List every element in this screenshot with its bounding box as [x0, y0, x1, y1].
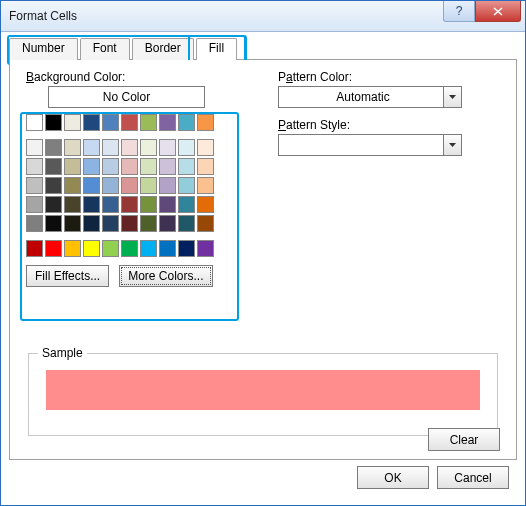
- color-swatch[interactable]: [102, 240, 119, 257]
- color-swatch[interactable]: [26, 139, 43, 156]
- color-swatch[interactable]: [197, 139, 214, 156]
- color-swatch[interactable]: [197, 196, 214, 213]
- color-swatch[interactable]: [64, 158, 81, 175]
- color-swatch[interactable]: [159, 215, 176, 232]
- color-swatch[interactable]: [45, 215, 62, 232]
- color-swatch[interactable]: [121, 114, 138, 131]
- standard-colors: [26, 240, 241, 257]
- chevron-down-icon: [443, 135, 461, 155]
- color-swatch[interactable]: [64, 215, 81, 232]
- color-swatch[interactable]: [140, 177, 157, 194]
- color-swatch[interactable]: [197, 114, 214, 131]
- tab-border[interactable]: Border: [132, 38, 194, 61]
- color-swatch[interactable]: [64, 196, 81, 213]
- color-swatch[interactable]: [45, 114, 62, 131]
- tab-strip: Number Font Border Fill: [9, 37, 517, 60]
- color-swatch[interactable]: [121, 240, 138, 257]
- color-swatch[interactable]: [45, 240, 62, 257]
- color-swatch[interactable]: [26, 196, 43, 213]
- color-swatch[interactable]: [159, 139, 176, 156]
- window-title: Format Cells: [9, 9, 77, 23]
- sample-group: Sample: [28, 346, 498, 436]
- color-swatch[interactable]: [26, 158, 43, 175]
- color-swatch[interactable]: [178, 196, 195, 213]
- color-swatch[interactable]: [102, 215, 119, 232]
- theme-color-row: [26, 114, 241, 131]
- color-swatch[interactable]: [140, 196, 157, 213]
- chevron-down-icon: [443, 87, 461, 107]
- pattern-section: Pattern Color: Automatic Pattern Style:: [278, 70, 462, 156]
- tab-fill[interactable]: Fill: [196, 38, 237, 62]
- tab-number[interactable]: Number: [9, 38, 78, 61]
- color-swatch[interactable]: [197, 177, 214, 194]
- color-swatch[interactable]: [140, 215, 157, 232]
- pattern-color-value: Automatic: [336, 90, 389, 104]
- color-swatch[interactable]: [121, 177, 138, 194]
- color-swatch[interactable]: [64, 114, 81, 131]
- color-swatch[interactable]: [26, 177, 43, 194]
- color-swatch[interactable]: [45, 196, 62, 213]
- color-swatch[interactable]: [64, 139, 81, 156]
- color-swatch[interactable]: [140, 158, 157, 175]
- color-swatch[interactable]: [197, 215, 214, 232]
- color-swatch[interactable]: [102, 196, 119, 213]
- color-swatch[interactable]: [45, 158, 62, 175]
- color-swatch[interactable]: [26, 114, 43, 131]
- titlebar: Format Cells ?: [1, 1, 525, 32]
- color-swatch[interactable]: [178, 240, 195, 257]
- cancel-button[interactable]: Cancel: [437, 466, 509, 489]
- color-swatch[interactable]: [102, 158, 119, 175]
- tab-font[interactable]: Font: [80, 38, 130, 61]
- color-swatch[interactable]: [83, 240, 100, 257]
- color-swatch[interactable]: [159, 114, 176, 131]
- color-swatch[interactable]: [83, 139, 100, 156]
- color-swatch[interactable]: [83, 215, 100, 232]
- color-swatch[interactable]: [45, 139, 62, 156]
- color-swatch[interactable]: [26, 240, 43, 257]
- no-color-button[interactable]: No Color: [48, 86, 205, 108]
- close-button[interactable]: [475, 1, 521, 22]
- color-swatch[interactable]: [64, 177, 81, 194]
- color-swatch[interactable]: [159, 196, 176, 213]
- color-swatch[interactable]: [197, 240, 214, 257]
- color-swatch[interactable]: [121, 158, 138, 175]
- background-color-label: Background Color:: [26, 70, 241, 84]
- color-swatch[interactable]: [178, 139, 195, 156]
- pattern-style-dropdown[interactable]: [278, 134, 462, 156]
- color-swatch[interactable]: [197, 158, 214, 175]
- more-colors-button[interactable]: More Colors...: [119, 265, 212, 287]
- help-button[interactable]: ?: [443, 1, 475, 22]
- color-swatch[interactable]: [102, 177, 119, 194]
- color-swatch[interactable]: [178, 215, 195, 232]
- color-swatch[interactable]: [178, 177, 195, 194]
- color-swatch[interactable]: [45, 177, 62, 194]
- color-swatch[interactable]: [178, 114, 195, 131]
- color-swatch[interactable]: [159, 158, 176, 175]
- color-swatch[interactable]: [83, 196, 100, 213]
- fill-effects-button[interactable]: Fill Effects...: [26, 265, 109, 287]
- ok-button[interactable]: OK: [357, 466, 429, 489]
- color-swatch[interactable]: [121, 139, 138, 156]
- sample-swatch: [46, 370, 480, 410]
- color-swatch[interactable]: [83, 177, 100, 194]
- clear-button[interactable]: Clear: [428, 428, 500, 451]
- color-swatch[interactable]: [102, 114, 119, 131]
- color-swatch[interactable]: [26, 215, 43, 232]
- color-swatch[interactable]: [121, 215, 138, 232]
- color-swatch[interactable]: [140, 240, 157, 257]
- color-swatch[interactable]: [159, 177, 176, 194]
- color-swatch[interactable]: [178, 158, 195, 175]
- theme-color-variants: [26, 139, 241, 232]
- color-swatch[interactable]: [159, 240, 176, 257]
- color-swatch[interactable]: [140, 139, 157, 156]
- pattern-style-label: Pattern Style:: [278, 118, 462, 132]
- color-swatch[interactable]: [83, 114, 100, 131]
- color-swatch[interactable]: [102, 139, 119, 156]
- fill-panel: Background Color: No Color Fill Effects.…: [9, 60, 517, 460]
- color-swatch[interactable]: [140, 114, 157, 131]
- color-swatch[interactable]: [121, 196, 138, 213]
- client-area: Number Font Border Fill Background Color…: [9, 37, 517, 497]
- color-swatch[interactable]: [64, 240, 81, 257]
- pattern-color-dropdown[interactable]: Automatic: [278, 86, 462, 108]
- color-swatch[interactable]: [83, 158, 100, 175]
